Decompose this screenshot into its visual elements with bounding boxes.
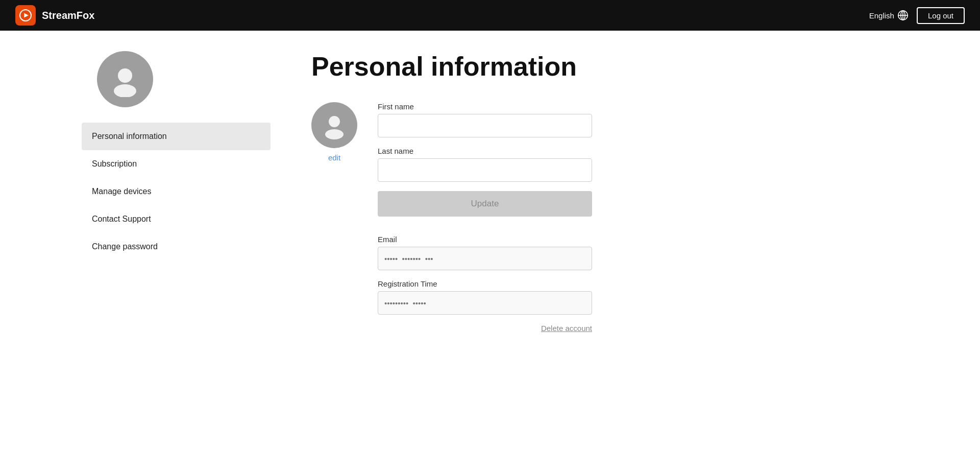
app-logo-icon	[15, 5, 36, 26]
header-right: English Log out	[869, 7, 965, 24]
email-label: Email	[378, 235, 592, 244]
last-name-group: Last name	[378, 147, 592, 182]
header: StreamFox English Log out	[0, 0, 980, 31]
registration-time-group: Registration Time	[378, 279, 592, 315]
language-selector[interactable]: English	[869, 10, 909, 21]
sidebar-avatar	[97, 51, 153, 107]
app-title: StreamFox	[42, 10, 94, 21]
avatar-edit-link[interactable]: edit	[328, 153, 340, 162]
profile-section: edit First name Last name Update Email	[311, 102, 898, 333]
registration-time-label: Registration Time	[378, 279, 592, 288]
sidebar-item-subscription[interactable]: Subscription	[82, 150, 271, 178]
first-name-input[interactable]	[378, 114, 592, 137]
svg-point-5	[118, 68, 132, 83]
first-name-group: First name	[378, 102, 592, 137]
email-group: Email	[378, 235, 592, 270]
avatar-section: edit	[311, 102, 357, 162]
update-group: Update	[378, 191, 592, 226]
sidebar-item-manage-devices[interactable]: Manage devices	[82, 178, 271, 205]
svg-point-6	[114, 84, 136, 97]
language-label: English	[869, 11, 894, 20]
sidebar-item-change-password[interactable]: Change password	[82, 233, 271, 261]
header-left: StreamFox	[15, 5, 94, 26]
last-name-input[interactable]	[378, 158, 592, 182]
update-button[interactable]: Update	[378, 191, 592, 217]
globe-icon	[897, 10, 909, 21]
sidebar-item-contact-support[interactable]: Contact Support	[82, 205, 271, 233]
nav-menu: Personal information Subscription Manage…	[82, 123, 271, 261]
svg-point-8	[325, 129, 344, 139]
email-input[interactable]	[378, 247, 592, 270]
registration-time-input[interactable]	[378, 291, 592, 315]
svg-point-7	[329, 116, 340, 127]
main-container: Personal information Subscription Manage…	[0, 31, 980, 333]
first-name-label: First name	[378, 102, 592, 111]
form-section: First name Last name Update Email Regist…	[378, 102, 592, 333]
delete-account-link[interactable]: Delete account	[378, 324, 592, 333]
sidebar-item-personal-information[interactable]: Personal information	[82, 123, 271, 150]
content-area: Personal information edit First name	[271, 51, 898, 333]
last-name-label: Last name	[378, 147, 592, 155]
page-title: Personal information	[311, 51, 898, 82]
profile-avatar	[311, 102, 357, 148]
logout-button[interactable]: Log out	[917, 7, 965, 24]
sidebar: Personal information Subscription Manage…	[82, 51, 271, 333]
